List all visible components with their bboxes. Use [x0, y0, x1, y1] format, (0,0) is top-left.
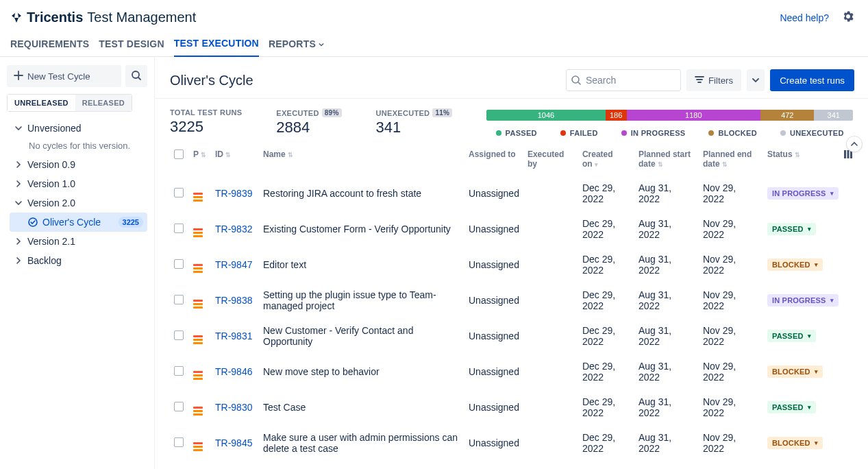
status-dropdown[interactable]: IN PROGRESS ▾ [767, 294, 839, 306]
run-id-link[interactable]: TR-9846 [215, 366, 252, 377]
create-test-runs-button[interactable]: Create test runs [770, 69, 854, 91]
col-name[interactable]: Name [263, 149, 286, 159]
chevron-down-icon: ▾ [830, 297, 834, 304]
search-input[interactable] [566, 69, 681, 91]
stats-bar: TOTAL TEST RUNS 3225 EXECUTED 89% 2884 U… [155, 99, 868, 143]
tree-unversioned[interactable]: Unversioned [10, 119, 147, 138]
row-checkbox[interactable] [174, 366, 184, 376]
tree-version[interactable]: Version 1.0 [10, 174, 147, 193]
select-all-checkbox[interactable] [174, 149, 184, 159]
filters-button[interactable]: Filters [686, 69, 741, 91]
col-id[interactable]: ID [215, 149, 223, 159]
status-dropdown[interactable]: PASSED ▾ [767, 330, 816, 342]
created-on: Dec 29, 2022 [582, 361, 615, 383]
chevron-down-icon: ▾ [830, 190, 834, 197]
col-executed[interactable]: Executed by [528, 149, 564, 169]
executed-pct: 89% [322, 108, 342, 117]
table-row[interactable]: TR-9838Setting up the plugin issue type … [170, 282, 853, 318]
row-checkbox[interactable] [174, 295, 184, 304]
nav-item-test-design[interactable]: TEST DESIGN [99, 38, 164, 56]
table-row[interactable]: TR-9846New move step to behaviorUnassign… [170, 354, 853, 389]
svg-marker-1 [18, 13, 21, 18]
row-checkbox[interactable] [174, 224, 184, 233]
run-id-link[interactable]: TR-9830 [215, 402, 252, 413]
no-cycles-text: No cycles for this version. [10, 141, 147, 151]
nav-item-reports[interactable]: REPORTS [269, 38, 324, 56]
total-value: 3225 [170, 118, 242, 136]
unexecuted-pct: 11% [432, 108, 452, 117]
priority-icon [193, 335, 203, 344]
tab-released[interactable]: RELEASED [75, 95, 132, 111]
main-content: Oliver's Cycle Filters [155, 57, 868, 469]
status-dropdown[interactable]: IN PROGRESS ▾ [767, 187, 839, 200]
help-link[interactable]: Need help? [780, 12, 829, 23]
run-id-link[interactable]: TR-9838 [215, 295, 252, 306]
sort-icon: ⇅ [658, 161, 663, 168]
planned-end: Nov 29, 2022 [703, 396, 736, 418]
assigned-to: Unassigned [469, 402, 519, 413]
table-row[interactable]: TR-9845Make sure a user with admin permi… [170, 425, 853, 461]
table-row[interactable]: TR-9847Editor textUnassignedDec 29, 2022… [170, 247, 853, 282]
created-on: Dec 29, 2022 [582, 254, 615, 276]
row-checkbox[interactable] [174, 402, 184, 411]
table-row[interactable]: TR-9839Restoring JIRA account to fresh s… [170, 176, 853, 211]
sidebar-search-button[interactable] [125, 65, 147, 87]
unexecuted-label: UNEXECUTED [376, 109, 430, 117]
table-row[interactable]: TR-9837Test Execution Page OverviewUnass… [170, 461, 853, 469]
brand-light: Test Management [87, 10, 196, 25]
run-id-link[interactable]: TR-9845 [215, 437, 252, 448]
run-id-link[interactable]: TR-9832 [215, 224, 252, 234]
col-planned-start[interactable]: Planned start date [638, 149, 691, 169]
planned-start: Aug 31, 2022 [638, 325, 671, 347]
table-row[interactable]: TR-9830Test CaseUnassignedDec 29, 2022Au… [170, 389, 853, 425]
executed-value: 2884 [276, 119, 341, 136]
run-name: Setting up the plugin issue type to Team… [263, 289, 436, 311]
scroll-up-button[interactable] [846, 136, 863, 152]
chevron-down-icon: ▾ [808, 404, 811, 411]
filter-icon [695, 75, 704, 86]
table-row[interactable]: TR-9831New Customer - Verify Contact and… [170, 318, 853, 354]
planned-end: Nov 29, 2022 [703, 289, 736, 311]
col-assigned[interactable]: Assigned to [469, 149, 516, 159]
status-dropdown[interactable]: BLOCKED ▾ [767, 437, 823, 449]
brand-bold: Tricentis [27, 10, 83, 25]
col-priority[interactable]: P [193, 149, 199, 159]
status-dropdown[interactable]: BLOCKED ▾ [767, 365, 823, 378]
nav-item-test-execution[interactable]: TEST EXECUTION [174, 38, 259, 57]
filters-dropdown-button[interactable] [747, 69, 765, 91]
tree-label: Unversioned [27, 123, 143, 134]
status-dropdown[interactable]: PASSED ▾ [767, 401, 816, 413]
status-dropdown[interactable]: BLOCKED ▾ [767, 258, 823, 271]
tree-cycle[interactable]: Oliver's Cycle3225 [10, 213, 147, 232]
priority-icon [193, 300, 203, 309]
run-name: New Customer - Verify Contact and Opport… [263, 325, 413, 347]
status-dropdown[interactable]: PASSED ▾ [767, 223, 816, 235]
run-id-link[interactable]: TR-9831 [215, 330, 252, 341]
tree-version[interactable]: Version 2.1 [10, 232, 147, 251]
nav-item-requirements[interactable]: REQUIREMENTS [10, 38, 89, 56]
row-checkbox[interactable] [174, 259, 184, 269]
planned-start: Aug 31, 2022 [638, 289, 671, 311]
tree-version[interactable]: Version 0.9 [10, 155, 147, 174]
legend-dot-icon [560, 130, 566, 136]
run-id-link[interactable]: TR-9839 [215, 188, 252, 199]
search-wrap [566, 69, 681, 91]
row-checkbox[interactable] [174, 330, 184, 340]
app-header: Tricentis Test Management Need help? [0, 0, 868, 32]
col-status[interactable]: Status [767, 149, 793, 159]
tree-version[interactable]: Version 2.0 [10, 193, 147, 213]
tree-label: Version 0.9 [27, 159, 143, 170]
priority-icon [193, 264, 203, 273]
run-id-link[interactable]: TR-9847 [215, 259, 252, 270]
table-row[interactable]: TR-9832Existing Customer Form - Verify O… [170, 211, 853, 247]
sort-icon: ⇅ [201, 152, 206, 158]
settings-button[interactable] [839, 7, 858, 28]
new-test-cycle-button[interactable]: New Test Cycle [7, 65, 121, 87]
row-checkbox[interactable] [174, 188, 184, 197]
sort-icon: ▾ [595, 161, 598, 168]
planned-start: Aug 31, 2022 [638, 182, 671, 204]
columns-settings-icon[interactable] [843, 152, 853, 161]
tab-unreleased[interactable]: UNRELEASED [8, 95, 75, 111]
row-checkbox[interactable] [174, 437, 184, 447]
tree-version[interactable]: Backlog [10, 251, 147, 270]
